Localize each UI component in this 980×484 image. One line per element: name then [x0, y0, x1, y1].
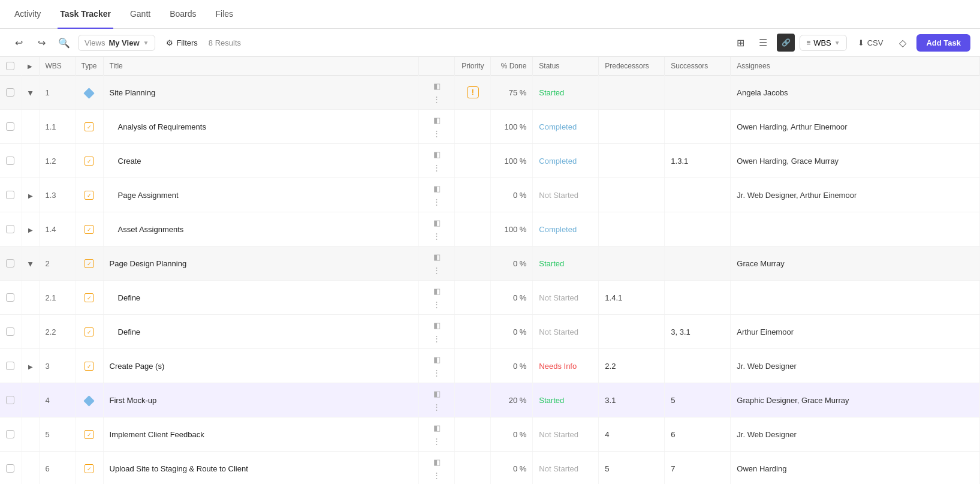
csv-button[interactable]: ⬇ CSV	[852, 35, 889, 50]
row-expand-cell[interactable]	[22, 383, 39, 417]
select-all-checkbox[interactable]	[6, 62, 14, 70]
row-expand-cell[interactable]	[22, 281, 39, 315]
filters-button[interactable]: ⚙ Filters	[160, 35, 203, 50]
panel-icon[interactable]: ◧	[430, 148, 444, 161]
row-checkbox[interactable]	[6, 327, 14, 336]
row-title[interactable]: Create Page (s)	[103, 349, 419, 383]
row-title[interactable]: Analysis of Requirements	[103, 110, 419, 144]
expand-arrow[interactable]: ▶	[28, 363, 33, 370]
row-checkbox-cell[interactable]	[0, 417, 22, 452]
row-expand-cell[interactable]: ▶	[22, 212, 39, 246]
expand-arrow[interactable]: ▶	[28, 193, 33, 199]
row-checkbox-cell[interactable]	[0, 110, 22, 144]
row-expand-cell[interactable]: ▶	[22, 349, 39, 383]
grid-view-button[interactable]: ⊞	[731, 34, 749, 52]
row-expand-cell[interactable]	[22, 144, 39, 178]
expand-arrow[interactable]: ▶	[28, 227, 33, 233]
panel-icon[interactable]: ◧	[430, 284, 444, 297]
more-icon[interactable]: ⋮	[430, 92, 444, 106]
row-checkbox[interactable]	[6, 430, 14, 438]
list-view-button[interactable]: ☰	[754, 34, 772, 52]
panel-icon[interactable]: ◧	[430, 455, 444, 468]
row-expand-cell[interactable]: ▶	[22, 76, 39, 110]
nav-tab-gantt[interactable]: Gantt	[128, 0, 153, 29]
nav-tab-activity[interactable]: Activity	[12, 0, 43, 29]
more-icon[interactable]: ⋮	[430, 366, 444, 379]
row-title[interactable]: First Mock-up	[103, 383, 419, 417]
row-title[interactable]: Define	[103, 315, 419, 349]
row-checkbox-cell[interactable]	[0, 452, 22, 485]
row-checkbox[interactable]	[6, 191, 14, 199]
panel-icon[interactable]: ◧	[430, 216, 444, 229]
panel-icon[interactable]: ◧	[430, 353, 444, 366]
row-title[interactable]: Page Design Planning	[103, 246, 419, 281]
row-expand-cell[interactable]	[22, 315, 39, 349]
row-expand-cell[interactable]: ▶	[22, 246, 39, 281]
panel-icon[interactable]: ◧	[430, 182, 444, 195]
panel-icon[interactable]: ◧	[430, 250, 444, 263]
undo-button[interactable]: ↩	[10, 34, 28, 52]
more-icon[interactable]: ⋮	[430, 332, 444, 345]
toolbar: ↩ ↪ 🔍 Views My View ▼ ⚙ Filters 8 Result…	[0, 29, 980, 57]
layers-button[interactable]: ◇	[894, 34, 912, 52]
more-icon[interactable]: ⋮	[430, 400, 444, 413]
redo-button[interactable]: ↪	[32, 34, 50, 52]
row-expand-cell[interactable]	[22, 110, 39, 144]
row-checkbox-cell[interactable]	[0, 246, 22, 281]
row-title[interactable]: Page Assignment	[103, 178, 419, 212]
row-checkbox-cell[interactable]	[0, 178, 22, 212]
row-checkbox-cell[interactable]	[0, 212, 22, 246]
views-dropdown[interactable]: Views My View ▼	[78, 35, 155, 51]
more-icon[interactable]: ⋮	[430, 263, 444, 276]
row-expand-cell[interactable]	[22, 417, 39, 452]
more-icon[interactable]: ⋮	[430, 127, 444, 140]
row-expand-cell[interactable]: ▶	[22, 178, 39, 212]
row-title[interactable]: Upload Site to Staging & Route to Client	[103, 452, 419, 485]
row-done: 20 %	[491, 383, 533, 417]
row-checkbox[interactable]	[6, 259, 14, 267]
row-checkbox-cell[interactable]	[0, 315, 22, 349]
expand-arrow[interactable]: ▶	[27, 261, 34, 266]
expand-arrow[interactable]: ▶	[27, 91, 34, 95]
row-checkbox-cell[interactable]	[0, 76, 22, 110]
row-expand-cell[interactable]	[22, 452, 39, 485]
wbs-dropdown[interactable]: ≡ WBS ▼	[800, 35, 847, 51]
nav-tab-files[interactable]: Files	[213, 0, 236, 29]
row-title[interactable]: Create	[103, 144, 419, 178]
row-checkbox[interactable]	[6, 362, 14, 370]
panel-icon[interactable]: ◧	[430, 387, 444, 400]
row-checkbox[interactable]	[6, 122, 14, 131]
row-checkbox[interactable]	[6, 396, 14, 404]
row-checkbox[interactable]	[6, 293, 14, 302]
row-checkbox[interactable]	[6, 464, 14, 473]
panel-icon[interactable]: ◧	[430, 79, 444, 92]
more-icon[interactable]: ⋮	[430, 297, 444, 311]
panel-icon[interactable]: ◧	[430, 113, 444, 127]
row-assignees: Graphic Designer, Grace Murray	[731, 383, 980, 417]
row-title[interactable]: Define	[103, 281, 419, 315]
nav-tab-boards[interactable]: Boards	[167, 0, 198, 29]
row-checkbox-cell[interactable]	[0, 349, 22, 383]
row-checkbox-cell[interactable]	[0, 144, 22, 178]
row-title[interactable]: Site Planning	[103, 76, 419, 110]
row-done: 100 %	[491, 144, 533, 178]
more-icon[interactable]: ⋮	[430, 161, 444, 174]
more-icon[interactable]: ⋮	[430, 468, 444, 482]
more-icon[interactable]: ⋮	[430, 229, 444, 242]
add-task-button[interactable]: Add Task	[916, 34, 970, 52]
row-checkbox[interactable]	[6, 157, 14, 165]
row-checkbox[interactable]	[6, 88, 14, 97]
nav-tab-task-tracker[interactable]: Task Tracker	[58, 0, 113, 29]
more-icon[interactable]: ⋮	[430, 434, 444, 447]
panel-icon[interactable]: ◧	[430, 421, 444, 434]
search-button[interactable]: 🔍	[55, 34, 73, 52]
row-title[interactable]: Implement Client Feedback	[103, 417, 419, 452]
row-wbs: 4	[39, 383, 75, 417]
row-checkbox-cell[interactable]	[0, 383, 22, 417]
row-title[interactable]: Asset Assignments	[103, 212, 419, 246]
row-checkbox[interactable]	[6, 225, 14, 233]
link-button[interactable]: 🔗	[777, 34, 795, 52]
more-icon[interactable]: ⋮	[430, 195, 444, 208]
panel-icon[interactable]: ◧	[430, 318, 444, 332]
row-checkbox-cell[interactable]	[0, 281, 22, 315]
